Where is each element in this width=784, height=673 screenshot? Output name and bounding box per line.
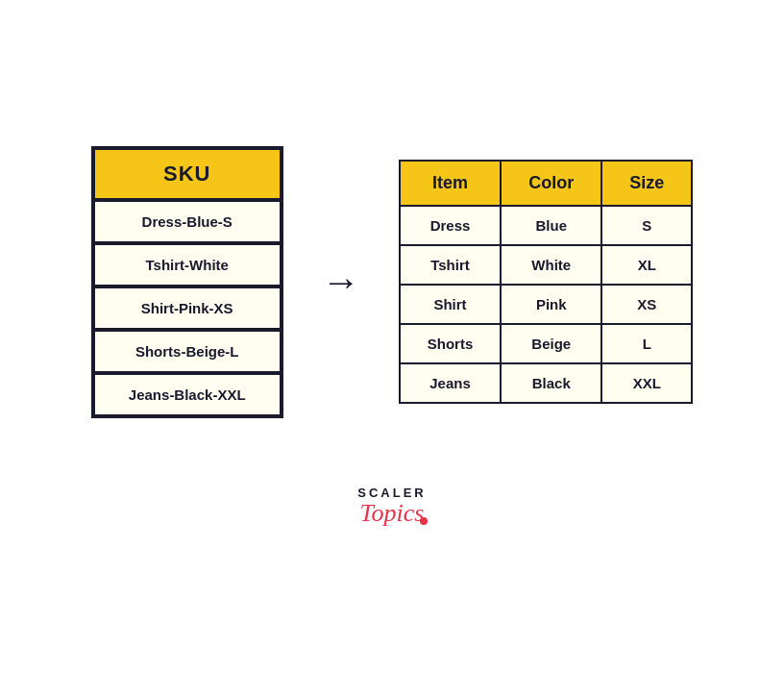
result-header-row: Item Color Size [400,161,693,206]
sku-row-1: Dress-Blue-S [93,200,282,243]
result-row-5: JeansBlackXXL [400,363,693,403]
col-header-item: Item [400,161,502,206]
col-header-color: Color [501,161,601,206]
result-cell-4-3: L [601,324,692,363]
result-cell-3-2: Pink [501,285,601,324]
sku-row-4: Shorts-Beige-L [93,330,282,373]
logo-topics-text: Topics [360,500,425,528]
result-row-4: ShortsBeigeL [400,324,693,363]
result-table: Item Color Size DressBlueSTshirtWhiteXLS… [399,160,694,404]
result-cell-4-2: Beige [501,324,601,363]
result-cell-2-2: White [501,245,601,285]
result-cell-1-3: S [601,206,692,245]
col-header-size: Size [601,161,692,206]
result-cell-1-1: Dress [400,206,502,245]
result-cell-5-1: Jeans [400,363,502,403]
sku-header: SKU [93,148,282,200]
result-cell-2-3: XL [601,245,692,285]
main-content: SKU Dress-Blue-S Tshirt-White Shirt-Pink… [91,146,694,418]
result-cell-3-1: Shirt [400,285,502,324]
result-cell-3-3: XS [601,285,692,324]
result-cell-1-2: Blue [501,206,601,245]
logo-scaler-text: SCALER [357,486,426,500]
sku-row-2: Tshirt-White [93,243,282,287]
result-cell-2-1: Tshirt [400,245,502,285]
result-cell-5-2: Black [501,363,601,403]
sku-row-5: Jeans-Black-XXL [93,373,282,416]
result-cell-5-3: XXL [601,363,692,403]
sku-table: SKU Dress-Blue-S Tshirt-White Shirt-Pink… [91,146,283,418]
result-row-1: DressBlueS [400,206,693,245]
arrow-container: → [312,262,370,301]
result-row-2: TshirtWhiteXL [400,245,693,285]
logo-container: SCALER Topics [357,486,426,528]
result-cell-4-1: Shorts [400,324,502,363]
arrow-icon: → [322,262,360,301]
result-row-3: ShirtPinkXS [400,285,693,324]
sku-row-3: Shirt-Pink-XS [93,287,282,330]
